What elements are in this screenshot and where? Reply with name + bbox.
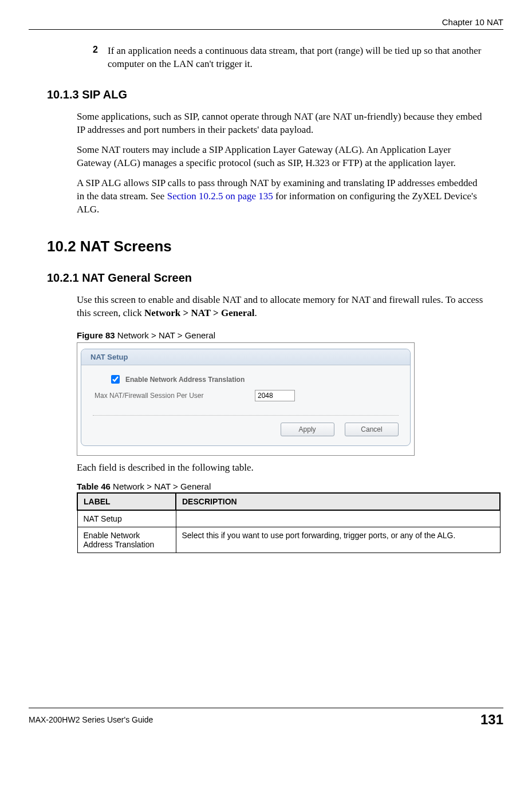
table-title: Network > NAT > General xyxy=(111,482,211,491)
cancel-button[interactable]: Cancel xyxy=(345,423,399,436)
table-cell-label: NAT Setup xyxy=(77,510,176,527)
table-cell-desc: Select this if you want to use port forw… xyxy=(176,527,500,553)
table-header-label: LABEL xyxy=(77,493,176,510)
table-number: Table 46 xyxy=(77,482,111,491)
heading-10-2: 10.2 NAT Screens xyxy=(47,238,503,255)
description-table: LABEL DESCRIPTION NAT Setup Enable Netwo… xyxy=(77,492,501,553)
table-row: Enable Network Address Translation Selec… xyxy=(77,527,500,553)
max-session-label: Max NAT/Firewall Session Per User xyxy=(94,392,243,400)
panel-title: NAT Setup xyxy=(81,349,410,365)
heading-10-2-1: 10.2.1 NAT General Screen xyxy=(47,271,503,285)
figure-caption: Figure 83 Network > NAT > General xyxy=(77,330,503,340)
paragraph: Use this screen to enable and disable NA… xyxy=(77,294,486,320)
enable-nat-checkbox[interactable] xyxy=(111,375,120,384)
max-session-input[interactable] xyxy=(255,390,295,401)
figure-number: Figure 83 xyxy=(77,330,115,340)
table-cell-desc xyxy=(176,510,500,527)
list-number: 2 xyxy=(93,45,108,71)
paragraph: Some NAT routers may include a SIP Appli… xyxy=(77,144,486,170)
table-row: NAT Setup xyxy=(77,510,500,527)
breadcrumb-path: Network > NAT > General xyxy=(144,307,255,318)
text: . xyxy=(255,307,257,318)
apply-button[interactable]: Apply xyxy=(281,423,334,436)
text: Use this screen to enable and disable NA… xyxy=(77,294,483,318)
paragraph: A SIP ALG allows SIP calls to pass throu… xyxy=(77,177,486,216)
list-text: If an application needs a continuous dat… xyxy=(108,45,486,71)
nat-setup-panel: NAT Setup Enable Network Address Transla… xyxy=(81,349,411,446)
chapter-header: Chapter 10 NAT xyxy=(29,17,503,29)
table-header-description: DESCRIPTION xyxy=(176,493,500,510)
footer-guide-name: MAX-200HW2 Series User's Guide xyxy=(29,715,153,724)
page-footer: MAX-200HW2 Series User's Guide 131 xyxy=(29,708,503,728)
table-cell-label: Enable Network Address Translation xyxy=(77,527,176,553)
paragraph: Each field is described in the following… xyxy=(77,461,486,475)
page-number: 131 xyxy=(480,712,503,728)
table-caption: Table 46 Network > NAT > General xyxy=(77,482,503,491)
enable-nat-label: Enable Network Address Translation xyxy=(125,376,274,384)
figure-screenshot: NAT Setup Enable Network Address Transla… xyxy=(77,342,415,456)
heading-10-1-3: 10.1.3 SIP ALG xyxy=(47,88,503,101)
numbered-list-item: 2 If an application needs a continuous d… xyxy=(93,45,486,71)
figure-title: Network > NAT > General xyxy=(115,330,215,340)
paragraph: Some applications, such as SIP, cannot o… xyxy=(77,111,486,137)
cross-reference-link[interactable]: Section 10.2.5 on page 135 xyxy=(167,191,273,202)
